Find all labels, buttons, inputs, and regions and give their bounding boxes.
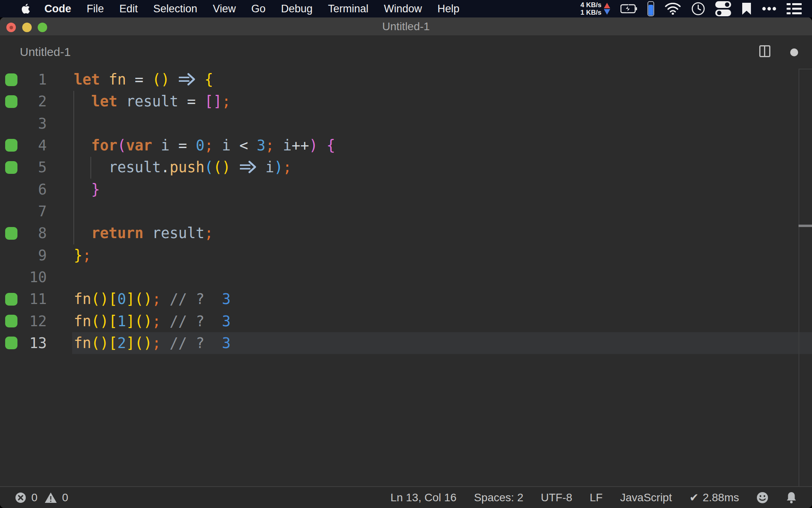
token-fn: fn [109, 71, 126, 88]
line-number[interactable]: 4 [0, 135, 47, 156]
line-number[interactable]: 3 [0, 113, 47, 135]
code-editor[interactable]: 1let fn = () {2 let result = [];34 for(v… [0, 69, 812, 486]
token-cm: // ? [161, 313, 205, 330]
token-nu: 2 [117, 335, 126, 352]
token-pl [231, 159, 239, 176]
clock-icon[interactable] [691, 2, 705, 15]
line-number[interactable]: 6 [0, 179, 47, 200]
token-nu: 0 [196, 137, 205, 154]
menu-item-code[interactable]: Code [44, 3, 71, 15]
menu-item-go[interactable]: Go [251, 3, 266, 15]
token-b3: ( [205, 159, 213, 176]
code-line: 5 result.push(() i); [0, 156, 812, 178]
list-menu-icon[interactable] [787, 3, 802, 15]
line-number[interactable]: 9 [0, 244, 47, 266]
overview-ruler-marker[interactable] [799, 225, 812, 227]
token-kw: var [126, 137, 152, 154]
warnings-icon[interactable] [44, 492, 57, 503]
battery-gauge-icon[interactable] [647, 1, 654, 16]
code-line-text[interactable]: fn()[2](); // ? 3 [74, 332, 231, 354]
encoding[interactable]: UTF-8 [541, 491, 572, 504]
battery-icon[interactable] [620, 4, 637, 13]
errors-count[interactable]: 0 [31, 491, 38, 504]
token-b1: } [74, 247, 82, 264]
more-dots-icon[interactable] [762, 7, 776, 11]
notifications-bell-icon[interactable] [786, 492, 797, 504]
arrow-ligature-icon [178, 69, 196, 90]
token-se: ; [152, 291, 161, 308]
eol-setting[interactable]: LF [590, 491, 603, 504]
token-op: = [178, 93, 205, 110]
scrollbar-strip-top-border [799, 69, 812, 69]
cursor-position[interactable]: Ln 13, Col 16 [391, 491, 457, 504]
network-speed-indicator[interactable]: 4 KB/s1 KB/s [580, 1, 610, 16]
token-se: ; [222, 93, 231, 110]
indent-guide [73, 91, 74, 244]
warnings-count[interactable]: 0 [62, 491, 69, 504]
token-b1: ()[ [91, 313, 117, 330]
menu-item-terminal[interactable]: Terminal [328, 3, 368, 15]
token-b2: ( [117, 137, 126, 154]
net-down-speed: 1 KB/s [580, 9, 601, 16]
unsaved-changes-dot[interactable] [790, 48, 798, 56]
menu-item-file[interactable]: File [87, 3, 104, 15]
line-number[interactable]: 5 [0, 156, 47, 178]
menu-item-debug[interactable]: Debug [281, 3, 313, 15]
token-fn: fn [74, 335, 91, 352]
quokka-perf[interactable]: ✔2.88ms [689, 491, 739, 504]
token-pl [74, 93, 91, 110]
code-line-text[interactable]: let result = []; [74, 90, 231, 112]
net-up-speed: 4 KB/s [580, 1, 601, 9]
menu-item-view[interactable]: View [213, 3, 236, 15]
code-line-text[interactable]: return result; [74, 222, 213, 244]
token-pl [170, 71, 178, 88]
menu-item-selection[interactable]: Selection [153, 3, 197, 15]
errors-icon[interactable] [15, 492, 26, 503]
code-line-text[interactable]: let fn = () { [74, 69, 213, 90]
token-pl [257, 159, 265, 176]
indentation-setting[interactable]: Spaces: 2 [474, 491, 523, 504]
token-pl [74, 137, 91, 154]
window-title-bar[interactable]: Untitled-1 [0, 17, 812, 35]
tab-label[interactable]: Untitled-1 [20, 45, 71, 59]
token-pl [213, 137, 222, 154]
app-shape-icon[interactable] [741, 2, 752, 15]
code-line-text[interactable]: } [74, 179, 100, 200]
code-line-text[interactable]: for(var i = 0; i < 3; i++) { [74, 135, 335, 156]
line-number[interactable]: 7 [0, 200, 47, 222]
menu-item-window[interactable]: Window [384, 3, 422, 15]
token-b2: ) [309, 137, 318, 154]
apple-menu-icon[interactable] [21, 3, 30, 14]
wifi-icon[interactable] [665, 3, 681, 15]
token-se: ; [283, 159, 291, 176]
line-number[interactable]: 10 [0, 266, 47, 288]
token-cm: // ? [161, 291, 205, 308]
language-mode[interactable]: JavaScript [620, 491, 672, 504]
line-number[interactable]: 12 [0, 310, 47, 332]
download-arrow-icon [604, 9, 610, 15]
code-line-text[interactable]: fn()[1](); // ? 3 [74, 310, 231, 332]
token-pl [74, 225, 91, 242]
line-number[interactable]: 11 [0, 288, 47, 310]
scrollbar-strip-border [799, 69, 799, 486]
line-number[interactable]: 8 [0, 222, 47, 244]
code-line-text[interactable]: fn()[0](); // ? 3 [74, 288, 231, 310]
token-pl [196, 71, 205, 88]
token-pl [152, 137, 161, 154]
toggles-icon[interactable] [715, 1, 731, 16]
line-number[interactable]: 1 [0, 69, 47, 90]
token-kw: for [91, 137, 117, 154]
token-iv: 3 [222, 335, 231, 352]
split-editor-icon[interactable] [759, 45, 770, 57]
menu-item-help[interactable]: Help [437, 3, 460, 15]
line-number[interactable]: 13 [0, 332, 47, 354]
code-line-text[interactable]: result.push(() i); [74, 156, 291, 178]
feedback-smiley-icon[interactable] [756, 492, 768, 504]
token-vr: i [283, 137, 292, 154]
indent-guide [90, 157, 91, 179]
code-line-text[interactable]: }; [74, 244, 91, 266]
menu-item-edit[interactable]: Edit [119, 3, 138, 15]
token-b1: ]() [126, 291, 152, 308]
line-number[interactable]: 2 [0, 90, 47, 112]
token-b1: ]() [126, 313, 152, 330]
